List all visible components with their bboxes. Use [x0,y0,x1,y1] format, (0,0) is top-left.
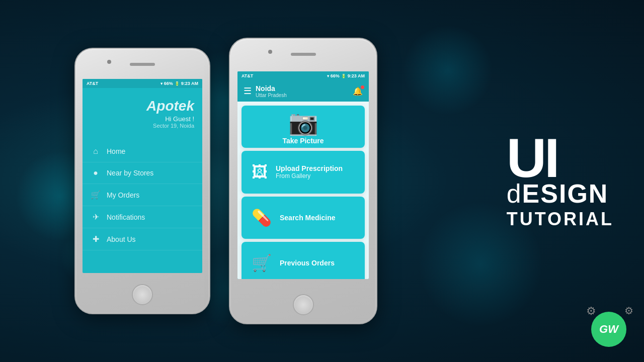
right-panel-text: UI dESIGN TUTORIAL [507,133,614,230]
sidebar-item-nearby[interactable]: ● Near by Stores [83,162,202,184]
gw-label: GW [599,323,618,336]
gw-logo: ⚙ ⚙ GW [591,312,631,352]
paper-plane-icon: ✈ [91,212,101,222]
front-wifi-icon: ▾ [327,74,329,78]
header-city: Noida [256,84,353,93]
phone-back-shell: AT&T ▾ 66% 🔋 9:23 AM Apotek Hi Guest ! S… [74,48,210,314]
sidebar-greeting: Hi Guest ! [91,115,194,123]
previous-label-normal: Previous [280,259,311,267]
front-camera [268,50,272,54]
back-signal: 66% [164,81,173,86]
upload-label-line1: Upload Prescription [276,164,343,172]
camera-card-icon: 📷 [288,109,318,137]
notification-bell[interactable]: 🔔 [353,86,363,96]
design-prefix: d [507,179,522,208]
scene: AT&T ▾ 66% 🔋 9:23 AM Apotek Hi Guest ! S… [0,0,644,362]
back-time: 9:23 AM [181,81,198,86]
front-carrier: AT&T [242,73,253,78]
upload-label-line2: From Gallery [276,172,343,179]
search-label-bold: Medicine [305,214,336,222]
front-time: 9:23 AM [348,73,365,78]
sidebar-item-notifications[interactable]: ✈ Notifications [83,206,202,228]
header-location: Noida Uttar Pradesh [256,84,353,98]
phone-front: AT&T ▾ 66% 🔋 9:23 AM ☰ Noida Uttar Prade… [229,38,377,324]
ui-heading: UI [507,133,614,183]
cart-icon: 🛒 [91,190,101,200]
take-picture-card[interactable]: 📷 Take Picture [242,106,365,148]
upload-prescription-card[interactable]: 🖼 Upload Prescription From Gallery [242,151,365,193]
plus-icon: ✚ [91,234,101,244]
upload-label-bold: Prescription [301,164,343,172]
sidebar-app-name: Apotek [91,98,194,114]
phone-front-shell: AT&T ▾ 66% 🔋 9:23 AM ☰ Noida Uttar Prade… [229,38,377,324]
front-speaker [291,53,316,56]
sidebar-item-about[interactable]: ✚ About Us [83,228,202,250]
sidebar-notifications-label: Notifications [107,213,145,221]
sidebar-item-home[interactable]: ⌂ Home [83,141,202,162]
front-status-right: ▾ 66% 🔋 9:23 AM [327,73,365,78]
sidebar-menu: ⌂ Home ● Near by Stores 🛒 My Orders ✈ No… [83,137,202,254]
previous-orders-card[interactable]: 🛒 Previous Orders [242,242,365,279]
sidebar-home-label: Home [107,147,125,155]
sidebar-about-label: About Us [107,235,136,243]
back-carrier: AT&T [87,81,98,86]
gear-left-icon: ⚙ [586,305,596,318]
take-label-normal: Take [282,137,300,145]
menu-cards: 📷 Take Picture 🖼 Upload Prescription Fro [237,102,369,279]
gear-right-icon: ⚙ [624,305,633,317]
search-label-normal: Search [280,214,305,222]
front-battery-icon: 🔋 [341,74,346,78]
notification-badge [361,85,364,89]
front-home-button[interactable] [293,294,314,315]
sidebar-nearby-label: Near by Stores [107,169,153,177]
home-icon: ⌂ [91,147,101,156]
previous-label-bold: Orders [311,259,335,267]
back-status-right: ▾ 66% 🔋 9:23 AM [160,81,198,86]
back-speaker [130,63,155,66]
back-camera [107,60,111,64]
back-home-button[interactable] [132,284,153,305]
take-label-bold: Picture [300,137,324,145]
front-signal: 66% [331,73,340,78]
previous-orders-label: Previous Orders [280,259,335,267]
medicine-card-icon: 💊 [252,208,272,227]
search-medicine-card[interactable]: 💊 Search Medicine [242,197,365,239]
orders-card-icon: 🛒 [252,253,272,273]
sidebar-header: Apotek Hi Guest ! Sector 19, Noida [83,88,202,137]
front-phone-screen: AT&T ▾ 66% 🔋 9:23 AM ☰ Noida Uttar Prade… [237,71,369,279]
sidebar-orders-label: My Orders [107,191,139,199]
design-heading: dESIGN [507,178,614,209]
design-main: ESIGN [522,179,609,208]
sidebar-item-orders[interactable]: 🛒 My Orders [83,184,202,206]
sidebar-location: Sector 19, Noida [91,123,194,129]
back-phone-screen: AT&T ▾ 66% 🔋 9:23 AM Apotek Hi Guest ! S… [83,79,202,273]
take-picture-label: Take Picture [282,137,324,145]
back-battery-icon: 🔋 [175,81,180,86]
header-state: Uttar Pradesh [256,93,353,98]
back-wifi-icon: ▾ [160,81,163,86]
tutorial-heading: TUTORIAL [507,209,614,230]
upload-label-normal: Upload [276,164,301,172]
hamburger-icon[interactable]: ☰ [244,85,252,97]
phone-back: AT&T ▾ 66% 🔋 9:23 AM Apotek Hi Guest ! S… [74,48,210,314]
location-icon: ● [91,168,101,177]
back-status-bar: AT&T ▾ 66% 🔋 9:23 AM [83,79,202,88]
gw-circle: GW [591,312,626,347]
gallery-card-icon: 🖼 [252,163,268,182]
upload-prescription-labels: Upload Prescription From Gallery [276,164,343,179]
front-status-bar: AT&T ▾ 66% 🔋 9:23 AM [237,71,369,80]
search-medicine-label: Search Medicine [280,214,336,222]
app-header: ☰ Noida Uttar Pradesh 🔔 [237,80,369,102]
